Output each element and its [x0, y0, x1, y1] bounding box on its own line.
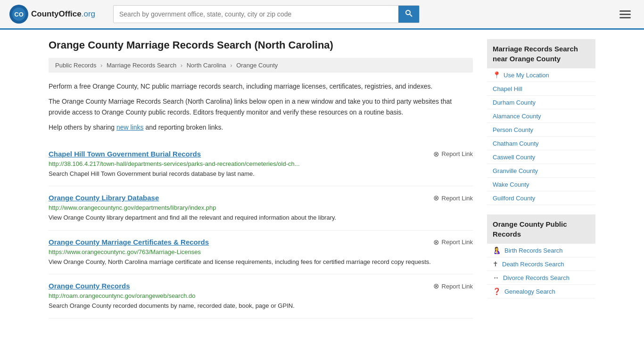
- breadcrumb-nc[interactable]: North Carolina: [187, 62, 226, 69]
- report-link-3[interactable]: ⊗ Report Link: [433, 282, 473, 290]
- svg-point-3: [406, 10, 410, 15]
- description-2: The Orange County Marriage Records Searc…: [49, 96, 473, 117]
- report-label-1: Report Link: [442, 195, 473, 202]
- record-title-3[interactable]: Orange County Records: [49, 282, 130, 290]
- site-header: CO CountyOffice.org: [0, 0, 644, 30]
- genealogy-records-link[interactable]: Genealogy Search: [504, 288, 555, 295]
- divorce-icon: ↔: [493, 274, 499, 281]
- breadcrumb-separator: ›: [230, 62, 234, 69]
- search-bar[interactable]: [113, 5, 420, 23]
- sidebar: Marriage Records Search near Orange Coun…: [487, 39, 595, 319]
- report-icon-1: ⊗: [433, 194, 439, 202]
- record-item: Orange County Marriage Certificates & Re…: [49, 230, 473, 275]
- birth-records-item[interactable]: 🤱 Birth Records Search: [487, 244, 595, 257]
- nearby-person[interactable]: Person County: [487, 123, 595, 137]
- nearby-granville[interactable]: Granville County: [487, 164, 595, 178]
- logo: CO CountyOffice.org: [9, 5, 104, 24]
- death-icon: ✝: [493, 260, 498, 268]
- main-container: Orange County Marriage Records Search (N…: [39, 30, 605, 328]
- death-records-item[interactable]: ✝ Death Records Search: [487, 257, 595, 271]
- nearby-alamance[interactable]: Alamance County: [487, 109, 595, 123]
- search-button[interactable]: [398, 6, 419, 23]
- record-desc-0: Search Chapel Hill Town Government buria…: [49, 169, 473, 179]
- breadcrumb-public-records[interactable]: Public Records: [55, 62, 96, 69]
- logo-icon: CO: [9, 5, 28, 24]
- page-title: Orange County Marriage Records Search (N…: [49, 39, 473, 51]
- description-3: Help others by sharing new links and rep…: [49, 122, 473, 132]
- record-url-1: http://www.orangecountync.gov/department…: [49, 204, 473, 211]
- svg-text:CO: CO: [14, 11, 24, 18]
- nearby-title: Marriage Records Search near Orange Coun…: [487, 39, 595, 68]
- breadcrumb-orange-county[interactable]: Orange County: [236, 62, 278, 69]
- use-my-location-item[interactable]: 📍 Use My Location: [487, 68, 595, 82]
- breadcrumb-separator: ›: [100, 62, 104, 69]
- genealogy-icon: ❓: [493, 288, 501, 295]
- report-label-0: Report Link: [442, 150, 473, 157]
- report-link-1[interactable]: ⊗ Report Link: [433, 194, 473, 202]
- birth-records-link[interactable]: Birth Records Search: [504, 247, 563, 254]
- breadcrumb: Public Records › Marriage Records Search…: [49, 58, 473, 73]
- records-list: Chapel Hill Town Government Burial Recor…: [49, 142, 473, 319]
- record-title-2[interactable]: Orange County Marriage Certificates & Re…: [49, 238, 209, 246]
- public-records-section: Orange County Public Records 🤱 Birth Rec…: [487, 214, 595, 298]
- report-icon-2: ⊗: [433, 238, 439, 247]
- description-1: Perform a free Orange County, NC public …: [49, 81, 473, 91]
- nearby-caswell[interactable]: Caswell County: [487, 150, 595, 164]
- use-my-location-link[interactable]: Use My Location: [504, 72, 549, 79]
- nearby-guilford[interactable]: Guilford County: [487, 191, 595, 205]
- nearby-section: Marriage Records Search near Orange Coun…: [487, 39, 595, 205]
- record-item: Chapel Hill Town Government Burial Recor…: [49, 142, 473, 187]
- report-icon-0: ⊗: [433, 150, 439, 158]
- record-item: Orange County Records ⊗ Report Link http…: [49, 274, 473, 319]
- report-label-2: Report Link: [442, 239, 473, 246]
- record-item: Orange County Library Database ⊗ Report …: [49, 186, 473, 230]
- nearby-chatham[interactable]: Chatham County: [487, 137, 595, 150]
- record-title-0[interactable]: Chapel Hill Town Government Burial Recor…: [49, 150, 201, 158]
- record-desc-1: View Orange County library department an…: [49, 213, 473, 222]
- record-desc-3: Search Orange County recorded documents …: [49, 301, 473, 311]
- content-area: Orange County Marriage Records Search (N…: [49, 39, 473, 319]
- record-url-2: https://www.orangecountync.gov/763/Marri…: [49, 248, 473, 255]
- record-url-3: http://roam.orangecountync.gov/orangeweb…: [49, 292, 473, 299]
- hamburger-line: [619, 17, 631, 18]
- report-link-2[interactable]: ⊗ Report Link: [433, 238, 473, 247]
- report-icon-3: ⊗: [433, 282, 439, 290]
- record-desc-2: View Orange County, North Carolina marri…: [49, 257, 473, 267]
- nearby-list: 📍 Use My Location Chapel Hill Durham Cou…: [487, 68, 595, 205]
- public-records-list: 🤱 Birth Records Search ✝ Death Records S…: [487, 244, 595, 298]
- breadcrumb-separator: ›: [181, 62, 184, 69]
- record-url-0: http://38.106.4.217/town-hall/department…: [49, 160, 473, 167]
- death-records-link[interactable]: Death Records Search: [502, 261, 564, 268]
- location-icon: 📍: [493, 71, 501, 79]
- nearby-wake[interactable]: Wake County: [487, 178, 595, 191]
- divorce-records-link[interactable]: Divorce Records Search: [503, 274, 570, 281]
- divorce-records-item[interactable]: ↔ Divorce Records Search: [487, 271, 595, 285]
- nearby-chapel-hill[interactable]: Chapel Hill: [487, 82, 595, 96]
- search-input[interactable]: [114, 7, 398, 22]
- nearby-durham[interactable]: Durham County: [487, 96, 595, 109]
- record-title-1[interactable]: Orange County Library Database: [49, 194, 159, 202]
- description-3-suffix: and reporting broken links.: [144, 123, 223, 131]
- svg-line-4: [410, 15, 413, 17]
- new-links-link[interactable]: new links: [116, 123, 144, 131]
- menu-button[interactable]: [616, 8, 635, 20]
- description-3-prefix: Help others by sharing: [49, 123, 116, 131]
- report-label-3: Report Link: [442, 283, 473, 290]
- genealogy-records-item[interactable]: ❓ Genealogy Search: [487, 285, 595, 298]
- report-link-0[interactable]: ⊗ Report Link: [433, 150, 473, 158]
- hamburger-line: [619, 14, 631, 15]
- breadcrumb-marriage-records[interactable]: Marriage Records Search: [107, 62, 176, 69]
- hamburger-line: [619, 10, 631, 12]
- public-records-title: Orange County Public Records: [487, 214, 595, 244]
- birth-icon: 🤱: [493, 247, 501, 254]
- logo-text: CountyOffice.org: [31, 9, 95, 19]
